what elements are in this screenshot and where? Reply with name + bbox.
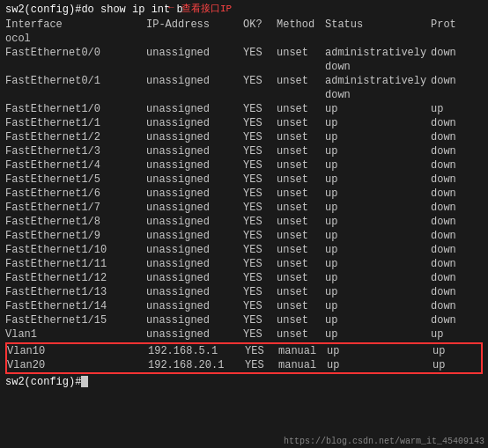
cell-status1: up — [327, 344, 433, 358]
cell-ok: YES — [243, 243, 277, 257]
cell-ok: YES — [243, 102, 277, 116]
cell-interface: FastEthernet1/2 — [5, 130, 146, 144]
table-body: ocol FastEthernet0/0 unassigned YES unse… — [5, 32, 483, 374]
cell-interface: FastEthernet1/5 — [5, 173, 146, 187]
cell-status1: administratively down — [325, 46, 431, 74]
cell-ok: YES — [245, 358, 278, 372]
cell-ip: unassigned — [146, 158, 243, 173]
cell-method — [277, 32, 325, 46]
cell-ok: YES — [243, 74, 277, 102]
cell-ip: unassigned — [146, 201, 243, 215]
cell-status1: up — [325, 144, 431, 158]
header-ip: IP-Address — [146, 18, 243, 32]
cell-status2: up — [431, 327, 443, 342]
cell-interface: FastEthernet1/7 — [5, 201, 146, 215]
cell-interface: FastEthernet1/4 — [5, 158, 146, 173]
cell-status1: up — [325, 158, 431, 173]
cell-ip: unassigned — [146, 46, 243, 74]
cell-method: unset — [277, 327, 325, 342]
cell-ok: YES — [243, 327, 277, 342]
cell-interface: Vlan10 — [7, 344, 148, 358]
cell-status1 — [325, 32, 431, 46]
cell-status1: up — [325, 215, 431, 229]
cell-status2: down — [431, 299, 456, 313]
annotation-text: 查看接口IP — [181, 2, 232, 15]
cell-status1: up — [327, 358, 433, 372]
cell-ok: YES — [243, 130, 277, 144]
cell-ok: YES — [243, 144, 277, 158]
cell-ip: unassigned — [146, 243, 243, 257]
cell-method: manual — [278, 358, 327, 372]
cell-interface: FastEthernet1/6 — [5, 187, 146, 201]
cell-ok: YES — [243, 285, 277, 299]
cell-ok: YES — [243, 173, 277, 187]
cell-status1: up — [325, 229, 431, 243]
cell-status2: down — [431, 46, 456, 74]
cell-interface: FastEthernet0/0 — [5, 46, 146, 74]
cell-status2: down — [431, 173, 456, 187]
cell-method: unset — [277, 229, 325, 243]
cell-method: unset — [277, 116, 325, 130]
cell-method: unset — [277, 313, 325, 327]
cell-ip: unassigned — [146, 130, 243, 144]
cell-ip: unassigned — [146, 116, 243, 130]
cell-method: unset — [277, 158, 325, 173]
cell-method: manual — [278, 344, 327, 358]
cell-ok: YES — [243, 46, 277, 74]
cell-ok: YES — [243, 229, 277, 243]
cell-ok: YES — [243, 116, 277, 130]
header-ok: OK? — [243, 18, 277, 32]
cell-method: unset — [277, 173, 325, 187]
table-row: FastEthernet1/15 unassigned YES unset up… — [5, 313, 483, 327]
table-row: FastEthernet1/8 unassigned YES unset up … — [5, 215, 483, 229]
cell-interface: FastEthernet1/0 — [5, 102, 146, 116]
cell-status2: down — [431, 243, 456, 257]
cell-status2: up — [431, 102, 443, 116]
header-prot: Prot — [431, 18, 456, 32]
table-row: FastEthernet1/13 unassigned YES unset up… — [5, 285, 483, 299]
table-row: FastEthernet1/12 unassigned YES unset up… — [5, 271, 483, 285]
cell-method: unset — [277, 243, 325, 257]
table-row: FastEthernet0/1 unassigned YES unset adm… — [5, 74, 483, 102]
cell-method: unset — [277, 74, 325, 102]
cell-method: unset — [277, 215, 325, 229]
cell-status2: down — [431, 144, 456, 158]
cell-ip — [146, 32, 243, 46]
cell-ip: unassigned — [146, 144, 243, 158]
cell-status2: down — [431, 257, 456, 271]
cell-ip: unassigned — [146, 271, 243, 285]
cell-method: unset — [277, 130, 325, 144]
cell-status2: down — [431, 285, 456, 299]
cell-ip: unassigned — [146, 299, 243, 313]
cursor — [81, 376, 88, 387]
cell-method: unset — [277, 201, 325, 215]
cell-interface: FastEthernet1/10 — [5, 243, 146, 257]
cell-ip: unassigned — [146, 313, 243, 327]
cell-ip: unassigned — [146, 285, 243, 299]
cell-status2: up — [433, 344, 445, 358]
cell-ip: unassigned — [146, 173, 243, 187]
cell-ip: 192.168.20.1 — [148, 358, 245, 372]
cell-status1: up — [325, 187, 431, 201]
cell-method: unset — [277, 271, 325, 285]
prompt-text: sw2(config)# — [5, 376, 81, 388]
cell-status1: up — [325, 243, 431, 257]
cell-interface: FastEthernet1/1 — [5, 116, 146, 130]
cell-status1: up — [325, 201, 431, 215]
table-row: Vlan20 192.168.20.1 YES manual up up — [7, 358, 481, 372]
cell-status2: up — [433, 358, 445, 372]
cell-interface: FastEthernet1/14 — [5, 299, 146, 313]
cell-ok: YES — [243, 201, 277, 215]
table-header: Interface IP-Address OK? Method Status P… — [5, 18, 483, 32]
cell-ip: unassigned — [146, 215, 243, 229]
header-interface: Interface — [5, 18, 146, 32]
highlighted-rows-box: Vlan10 192.168.5.1 YES manual up up Vlan… — [5, 342, 483, 374]
cell-interface: Vlan20 — [7, 358, 148, 372]
cell-status1: up — [325, 130, 431, 144]
table-row: FastEthernet1/7 unassigned YES unset up … — [5, 201, 483, 215]
cell-ip: unassigned — [146, 187, 243, 201]
terminal-window: sw2(config)#do show ip int b ← 查看接口IP In… — [0, 0, 488, 448]
cell-interface: FastEthernet0/1 — [5, 74, 146, 102]
cell-status2: down — [431, 74, 456, 102]
command-line: sw2(config)#do show ip int b — [5, 4, 183, 16]
